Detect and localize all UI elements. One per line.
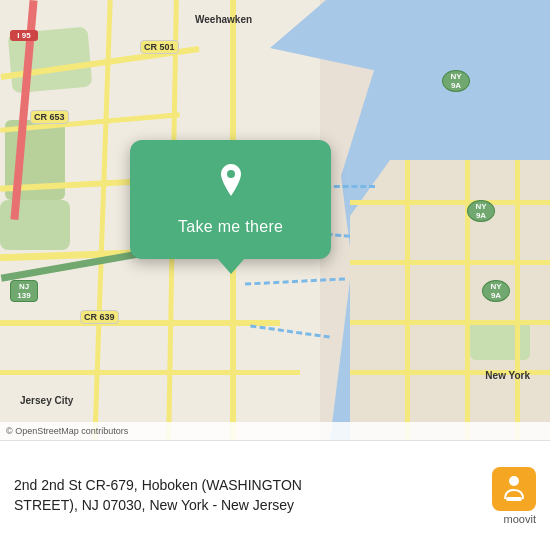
- park-4: [470, 320, 530, 360]
- road-manhattan-4: [350, 370, 550, 375]
- road-manhattan-v2: [405, 160, 410, 440]
- badge-ny9a-1: NY 9A: [442, 70, 470, 92]
- address-line1: 2nd 2nd St CR-679, Hoboken (WASHINGTON: [14, 476, 464, 496]
- badge-ny9a-2: NY 9A: [467, 200, 495, 222]
- moovit-brand-text: moovit: [504, 513, 536, 525]
- moovit-logo: moovit: [476, 467, 536, 525]
- road-manhattan-3: [350, 320, 550, 325]
- road-manhattan-v3: [515, 160, 520, 440]
- attribution-bar: © OpenStreetMap contributors: [0, 422, 550, 440]
- map-container: CR 501 CR 653 CR 639 NY 9A NY 9A NY 9A I…: [0, 0, 550, 440]
- road-manhattan-v1: [465, 160, 470, 440]
- address-text: 2nd 2nd St CR-679, Hoboken (WASHINGTON S…: [14, 476, 464, 515]
- badge-nj139: NJ 139: [10, 280, 38, 302]
- bottom-section: 2nd 2nd St CR-679, Hoboken (WASHINGTON S…: [0, 440, 550, 550]
- svg-rect-4: [506, 497, 522, 501]
- road-h6: [0, 370, 300, 375]
- badge-cr501: CR 501: [140, 40, 179, 54]
- svg-point-1: [227, 170, 235, 178]
- moovit-icon: [492, 467, 536, 511]
- location-pin-icon: [211, 160, 251, 200]
- badge-cr653: CR 653: [30, 110, 69, 124]
- road-manhattan-2: [350, 260, 550, 265]
- popup-arrow: [217, 258, 245, 274]
- badge-ny9a-3: NY 9A: [482, 280, 510, 302]
- svg-point-3: [509, 476, 519, 486]
- popup-container: Take me there: [130, 140, 331, 274]
- badge-i95: I 95: [10, 30, 38, 41]
- road-manhattan-1: [350, 200, 550, 205]
- osm-attribution: © OpenStreetMap contributors: [6, 426, 128, 436]
- address-line2: STREET), NJ 07030, New York - New Jersey: [14, 496, 464, 516]
- take-me-there-button[interactable]: Take me there: [160, 210, 301, 244]
- badge-cr639: CR 639: [80, 310, 119, 324]
- popup-box: Take me there: [130, 140, 331, 259]
- road-h5: [0, 320, 280, 326]
